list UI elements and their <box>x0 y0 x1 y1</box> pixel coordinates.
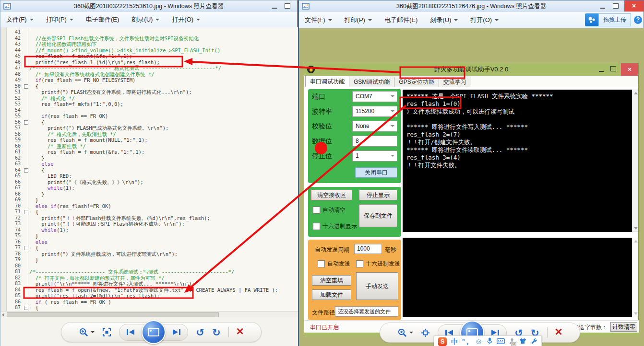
fold-column <box>23 185 29 191</box>
tab-0[interactable]: 串口调试功能 <box>305 76 349 87</box>
save-to-file-button[interactable]: 保存到文件 <box>359 204 397 227</box>
refill-button[interactable]: 清空重填 <box>312 275 351 286</box>
fold-marker-icon <box>24 210 28 214</box>
minimize-button[interactable] <box>272 3 277 9</box>
scroll-down-icon[interactable] <box>634 312 638 315</box>
serial-setting-field[interactable]: 1 <box>352 150 397 161</box>
help-icon[interactable]: ? <box>634 16 642 24</box>
next-icon[interactable] <box>171 328 182 336</box>
serial-setting-label: 端口 <box>312 92 352 101</box>
tab-1[interactable]: GSM调试功能 <box>349 77 394 87</box>
dropdown-caret-icon[interactable] <box>391 155 394 157</box>
line-number: 55 <box>6 113 23 119</box>
line-number: 57 <box>6 125 23 131</box>
app-close-button[interactable]: × <box>621 63 638 76</box>
punctuation-icon[interactable]: °， <box>462 338 471 345</box>
dropdown-caret-icon[interactable] <box>391 110 394 112</box>
zoom-dropdown-caret[interactable] <box>409 332 413 334</box>
sogou-logo-icon[interactable]: S <box>438 337 447 346</box>
line-number: 41 <box>6 29 23 35</box>
scroll-up-icon[interactable] <box>634 92 638 94</box>
tab-2[interactable]: GPS定位功能 <box>394 77 439 87</box>
maximize-button[interactable] <box>613 3 619 9</box>
app-minimize-button[interactable] <box>599 67 604 72</box>
rotate-cw-icon[interactable]: ↻ <box>212 327 221 337</box>
delete-icon[interactable]: × <box>555 325 562 338</box>
auto-clear-checkbox[interactable] <box>313 207 320 214</box>
menu-item[interactable]: 打印(P) <box>46 15 73 24</box>
load-file-button[interactable]: 加载文件 <box>312 289 351 300</box>
menu-item[interactable]: 刻录(U) <box>430 16 458 24</box>
slideshow-button[interactable] <box>142 320 166 344</box>
menu-item[interactable]: 电子邮件(E) <box>86 15 119 24</box>
microphone-icon[interactable] <box>487 337 492 346</box>
menu-item[interactable]: 打开(O) <box>470 16 499 24</box>
manual-send-button[interactable]: 手动发送 <box>356 272 398 300</box>
cloud-upload-logo-icon[interactable] <box>585 13 598 26</box>
skin-icon[interactable] <box>519 338 526 345</box>
actual-size-icon[interactable] <box>421 328 430 337</box>
titlebar[interactable]: 360截图20180322215126476.jpg - Windows 照片查… <box>299 0 644 12</box>
hex-display-checkbox[interactable] <box>313 223 320 230</box>
chinese-mode-icon[interactable]: 中 <box>451 338 458 345</box>
send-text-area[interactable] <box>403 238 632 317</box>
maximize-button[interactable] <box>285 3 290 9</box>
scroll-down-icon[interactable] <box>634 227 638 230</box>
reset-counters-button[interactable]: 计数清零 <box>610 322 637 332</box>
fold-marker-icon <box>24 168 28 173</box>
emoji-icon[interactable]: ☺ <box>475 338 483 346</box>
horizontal-scrollbar[interactable] <box>0 311 298 318</box>
app-maximize-button[interactable] <box>610 66 616 71</box>
menu-item[interactable]: 打开(O) <box>172 15 200 24</box>
menu-item[interactable]: 文件(F) <box>305 16 332 24</box>
line-number: 72 <box>6 215 23 221</box>
code-line: 57 printf("》FLASH已成功格式化文件系统。\r\n"); <box>6 125 298 131</box>
line-number: 62 <box>6 155 23 161</box>
code-text: /* 重新挂载 */ <box>29 143 86 150</box>
drag-upload-button[interactable]: 拖拽上传 <box>598 13 631 26</box>
menu-item[interactable]: 打印(P) <box>345 16 372 24</box>
clear-receive-button[interactable]: 清空接收区 <box>311 190 352 200</box>
zoom-icon[interactable] <box>79 327 95 337</box>
fold-column <box>23 155 29 161</box>
serial-setting-field[interactable]: None <box>352 121 397 132</box>
menu-item[interactable]: 电子邮件(E) <box>384 16 417 24</box>
auto-send-checkbox[interactable] <box>318 260 325 267</box>
scroll-left-arrow-icon[interactable] <box>2 313 4 317</box>
minimize-button[interactable] <box>600 3 605 9</box>
zoom-dropdown-caret[interactable] <box>91 331 95 333</box>
account-icon[interactable]: 10 <box>509 338 515 345</box>
keyboard-icon[interactable] <box>497 338 505 345</box>
scroll-up-icon[interactable] <box>634 240 638 242</box>
serial-setting-field[interactable]: 115200 <box>352 106 397 117</box>
titlebar[interactable]: 360截图20180322215253610.jpg - Windows 照片查… <box>0 0 297 12</box>
code-line: 67 while(1); <box>6 185 298 191</box>
code-text: else <box>29 161 54 167</box>
tab-3[interactable]: 交流学习 <box>439 77 471 87</box>
zoom-icon[interactable] <box>397 328 413 338</box>
code-text: } <box>29 155 45 161</box>
dropdown-caret-icon[interactable] <box>391 125 394 127</box>
file-path-field[interactable]: 还没选择要发送的文件 <box>335 306 398 317</box>
close-port-button[interactable]: 关闭串口 <box>355 167 397 178</box>
stop-display-button[interactable]: 停止显示 <box>359 190 397 200</box>
serial-setting-field[interactable]: COM7 <box>352 91 397 102</box>
receive-terminal[interactable]: ****** 这是一个SPI FLASH 文件系统实验 ******res_fl… <box>403 90 632 232</box>
actual-size-icon[interactable] <box>102 328 111 337</box>
tools-wrench-icon[interactable] <box>531 338 537 346</box>
delete-icon[interactable]: × <box>237 325 244 337</box>
close-button[interactable]: × <box>624 0 644 12</box>
menu-item[interactable]: 刻录(U) <box>131 15 159 24</box>
fold-column <box>23 197 29 203</box>
dropdown-caret-icon[interactable] <box>391 95 394 97</box>
receive-scrollbar[interactable] <box>632 90 638 232</box>
auto-send-period-input[interactable]: 1000 <box>354 244 382 254</box>
menu-item[interactable]: 文件(F) <box>6 15 34 24</box>
send-scrollbar[interactable] <box>632 238 638 317</box>
previous-icon[interactable] <box>125 328 136 336</box>
app-titlebar[interactable]: 野火多功能调试助手V0.2.0 × <box>304 63 638 76</box>
serial-setting-field[interactable]: 8 <box>352 136 397 147</box>
rotate-ccw-icon[interactable]: ↺ <box>196 327 204 337</box>
hex-send-checkbox[interactable] <box>356 260 363 267</box>
fold-column <box>23 263 29 269</box>
